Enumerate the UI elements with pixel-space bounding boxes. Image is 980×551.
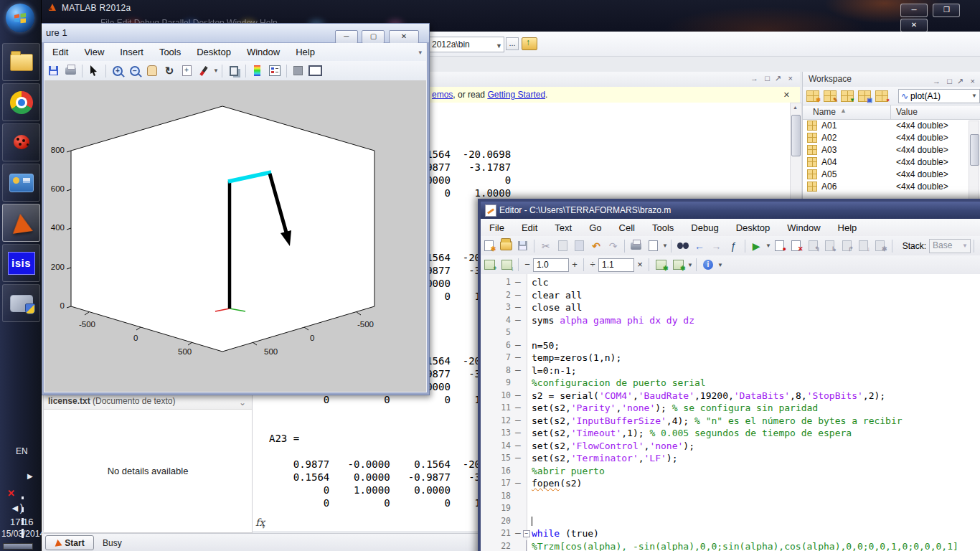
code-line-15[interactable]: 15–set(s2,'Terminator','LF'); bbox=[481, 452, 980, 465]
delete-variable-icon[interactable]: × bbox=[875, 90, 888, 102]
matlab-start-button[interactable]: Start bbox=[45, 535, 94, 550]
workspace-scrollbar[interactable] bbox=[969, 121, 979, 199]
menu-item-window[interactable]: Window bbox=[778, 222, 829, 233]
code-line-6[interactable]: 6–n=50; bbox=[481, 339, 980, 352]
run-icon[interactable]: ▶ bbox=[748, 238, 763, 253]
minimize-button[interactable]: ─ bbox=[900, 4, 928, 17]
menu-item-tools[interactable]: Tools bbox=[151, 47, 189, 57]
menu-item-desktop[interactable]: Desktop bbox=[189, 47, 239, 57]
edit-plot-pointer-icon[interactable] bbox=[86, 63, 102, 78]
menu-item-insert[interactable]: Insert bbox=[112, 47, 151, 57]
column-value[interactable]: Value bbox=[896, 107, 918, 117]
code-fold-icon[interactable]: − bbox=[523, 530, 530, 537]
column-divider[interactable] bbox=[890, 105, 891, 119]
close-button[interactable]: ✕ bbox=[389, 30, 419, 44]
code-line-13[interactable]: 13–set(s2,'Timeout',1); % 0.005 segundos… bbox=[481, 427, 980, 440]
scrollbar-thumb[interactable] bbox=[970, 134, 979, 166]
decrease-value-button[interactable]: − bbox=[522, 258, 533, 271]
chevron-down-icon[interactable]: ▼ bbox=[765, 242, 771, 249]
chevron-down-icon[interactable]: ▼ bbox=[687, 262, 693, 268]
menu-item-tools[interactable]: Tools bbox=[644, 222, 682, 233]
code-line-1[interactable]: 1–clc bbox=[481, 276, 980, 289]
clear-breakpoints-icon[interactable]: ✕ bbox=[788, 238, 804, 253]
folder-up-icon[interactable] bbox=[522, 37, 537, 50]
dock-icon[interactable]: → bbox=[750, 74, 758, 83]
redo-icon[interactable]: ↷ bbox=[606, 238, 621, 253]
workspace-column-header[interactable]: Name ▲ Value bbox=[803, 105, 980, 120]
restore-button[interactable]: ❐ bbox=[933, 4, 960, 17]
chevron-down-icon[interactable]: ⌄ bbox=[239, 395, 246, 410]
stack-combo[interactable]: Base ▼ bbox=[929, 239, 971, 253]
menu-item-edit[interactable]: Edit bbox=[513, 222, 546, 233]
taskbar-item-ladybug-app[interactable] bbox=[2, 123, 40, 161]
set-breakpoint-icon[interactable]: ● bbox=[772, 238, 787, 253]
workspace-row-A05[interactable]: A05<4x4 double> bbox=[803, 168, 980, 180]
go-forward-icon[interactable]: → bbox=[709, 238, 724, 253]
volume-icon[interactable]: ◄) bbox=[10, 502, 24, 514]
go-back-icon[interactable]: ← bbox=[692, 238, 707, 253]
import-data-icon[interactable]: ▼ bbox=[841, 90, 854, 102]
code-line-11[interactable]: 11–set(s2,'Parity','none'); % se configu… bbox=[481, 402, 980, 415]
getting-started-link[interactable]: Getting Started bbox=[487, 90, 545, 100]
menu-item-desktop[interactable]: Desktop bbox=[727, 222, 779, 233]
editor-titlebar[interactable]: Editor - C:\Users\TERRAFORMARS\brazo.m bbox=[481, 202, 980, 219]
menu-item-cell[interactable]: Cell bbox=[611, 222, 644, 233]
print-preview-icon[interactable] bbox=[646, 238, 661, 253]
cell-value-field-2[interactable]: 1.1 bbox=[598, 258, 634, 272]
demos-link[interactable]: emos bbox=[432, 90, 453, 100]
insert-function-icon[interactable]: ƒ bbox=[725, 238, 740, 253]
taskbar-item-explorer[interactable] bbox=[2, 43, 40, 81]
code-line-7[interactable]: 7–temp=zeros(1,n); bbox=[481, 352, 980, 364]
code-line-9[interactable]: 9%configuracion de puerto serial bbox=[481, 377, 980, 390]
menu-item-file[interactable]: File bbox=[481, 222, 513, 233]
chevron-down-icon[interactable]: ▼ bbox=[971, 93, 977, 99]
scrollbar-thumb[interactable] bbox=[791, 115, 801, 156]
code-line-2[interactable]: 2–clear all bbox=[481, 289, 980, 302]
rotate-3d-icon[interactable]: ↻ bbox=[161, 63, 177, 78]
menu-overflow-icon[interactable]: ▾ bbox=[418, 49, 422, 56]
menu-item-help[interactable]: Help bbox=[829, 222, 866, 233]
data-cursor-icon[interactable]: + bbox=[179, 63, 194, 78]
open-file-icon[interactable] bbox=[498, 238, 513, 253]
editor-code-area[interactable]: 1–clc2–clear all3–close all4–syms alpha … bbox=[481, 274, 980, 551]
step-out-icon[interactable]: ↱ bbox=[839, 238, 854, 253]
code-line-5[interactable]: 5 bbox=[481, 326, 980, 339]
code-line-10[interactable]: 10–s2 = serial('COM4','BaudRate',19200,'… bbox=[481, 390, 980, 402]
save-workspace-icon[interactable]: ▣ bbox=[858, 90, 871, 102]
code-line-22[interactable]: 22%Trzm[cos(alpha), -sin(alpha),0,0;sin(… bbox=[481, 540, 980, 551]
save-file-icon[interactable] bbox=[515, 238, 530, 253]
zoom-out-icon[interactable]: − bbox=[127, 63, 143, 78]
new-script-icon[interactable]: ✱ bbox=[481, 238, 496, 253]
print-icon[interactable] bbox=[628, 238, 644, 253]
taskbar-item-device-manager[interactable] bbox=[2, 284, 40, 322]
code-line-12[interactable]: 12–set(s2,'InputBufferSize',4); % "n" es… bbox=[481, 415, 980, 428]
info-icon[interactable]: i bbox=[700, 258, 716, 273]
figure-plot-canvas[interactable]: 8006004002000-50005005000-500 bbox=[44, 80, 426, 392]
code-line-17[interactable]: 17–fopen(s2) bbox=[481, 477, 980, 490]
step-in-icon[interactable]: ↳ bbox=[822, 238, 837, 253]
copy-icon[interactable] bbox=[555, 238, 570, 253]
menu-item-help[interactable]: Help bbox=[288, 47, 323, 57]
edit-variable-icon[interactable]: ✎ bbox=[824, 90, 837, 102]
code-line-14[interactable]: 14–set(s2,'FlowControl','none'); bbox=[481, 440, 980, 453]
close-icon[interactable]: × bbox=[788, 74, 793, 83]
menu-item-view[interactable]: View bbox=[76, 47, 112, 57]
multiply-value-button[interactable]: × bbox=[634, 258, 646, 271]
code-line-16[interactable]: 16%abrir puerto bbox=[481, 465, 980, 478]
workspace-row-A06[interactable]: A06<4x4 double> bbox=[803, 180, 980, 192]
exit-debug-icon[interactable]: ✱ bbox=[872, 238, 887, 253]
insert-colorbar-icon[interactable] bbox=[250, 63, 265, 78]
chevron-down-icon[interactable]: ▼ bbox=[496, 39, 502, 52]
maximize-icon[interactable]: □ bbox=[765, 74, 770, 83]
code-line-3[interactable]: 3–close all bbox=[481, 301, 980, 314]
link-plot-icon[interactable] bbox=[226, 63, 242, 78]
start-orb-button[interactable] bbox=[3, 1, 37, 34]
continue-icon[interactable]: ↓ bbox=[856, 238, 871, 253]
cell-value-field-1[interactable]: 1.0 bbox=[533, 258, 569, 272]
undock-icon[interactable]: ↗ bbox=[775, 74, 781, 83]
chevron-down-icon[interactable]: ▼ bbox=[717, 262, 723, 268]
workspace-row-A03[interactable]: A03<4x4 double> bbox=[803, 143, 980, 156]
pan-hand-icon[interactable] bbox=[144, 63, 160, 78]
brush-data-icon[interactable] bbox=[196, 63, 212, 78]
column-name[interactable]: Name bbox=[813, 107, 836, 117]
